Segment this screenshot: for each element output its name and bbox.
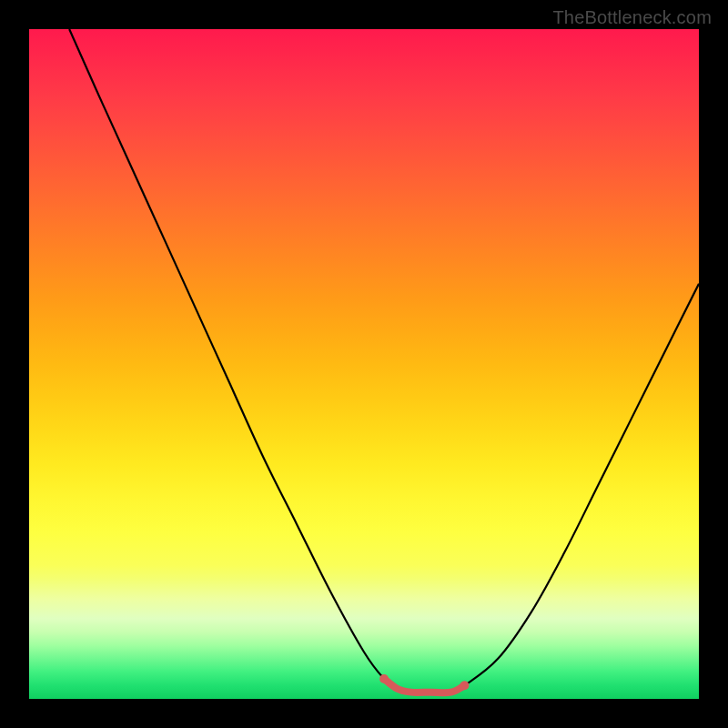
curve-svg xyxy=(29,29,699,699)
chart-frame: TheBottleneck.com xyxy=(0,0,728,728)
curve-group xyxy=(69,29,699,693)
bottleneck-curve-path xyxy=(69,29,699,693)
watermark-text: TheBottleneck.com xyxy=(552,7,712,28)
plot-area xyxy=(29,29,699,699)
valley-highlight-path xyxy=(384,679,464,693)
valley-end-dot xyxy=(460,681,469,690)
valley-start-dot xyxy=(379,674,389,683)
